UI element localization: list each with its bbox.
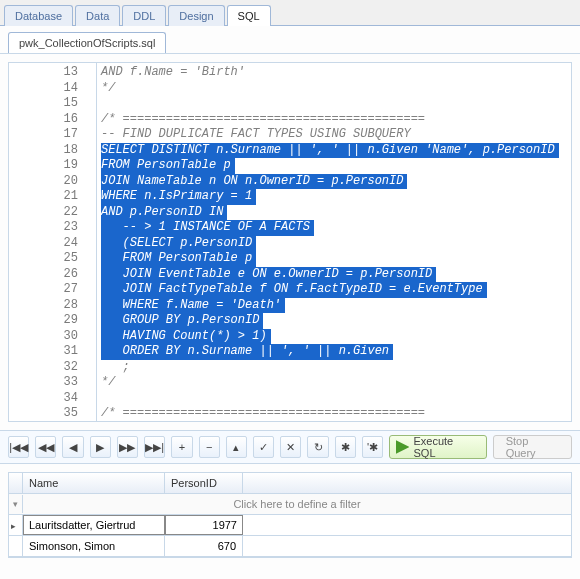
code-line[interactable]: */ xyxy=(101,81,567,97)
line-number: 25 xyxy=(11,251,78,267)
edit-row-button[interactable]: ▴ xyxy=(226,436,247,458)
line-number: 30 xyxy=(11,329,78,345)
tab-design[interactable]: Design xyxy=(168,5,224,26)
code-line[interactable]: ; xyxy=(101,360,567,376)
stop-query-button: Stop Query xyxy=(493,435,572,459)
cell-name[interactable]: Lauritsdatter, Giertrud xyxy=(23,515,165,535)
sql-editor[interactable]: 1314151617181920212223242526272829303132… xyxy=(8,62,572,422)
code-line[interactable]: GROUP BY p.PersonID xyxy=(101,313,567,329)
file-tab[interactable]: pwk_CollectionOfScripts.sql xyxy=(8,32,166,53)
line-number: 13 xyxy=(11,65,78,81)
nav-next-page-button[interactable]: ▶▶ xyxy=(117,436,138,458)
code-line[interactable]: /* =====================================… xyxy=(101,406,567,421)
table-row[interactable]: Lauritsdatter, Giertrud1977 xyxy=(9,515,571,536)
column-header-personid[interactable]: PersonID xyxy=(165,473,243,493)
line-number: 19 xyxy=(11,158,78,174)
row-handle[interactable] xyxy=(9,536,23,556)
play-icon xyxy=(396,440,409,454)
code-line[interactable]: FROM PersonTable p xyxy=(101,251,567,267)
code-line[interactable]: ORDER BY n.Surname || ', ' || n.Given xyxy=(101,344,567,360)
nav-next-button[interactable]: ▶ xyxy=(90,436,111,458)
code-area[interactable]: AND f.Name = 'Birth'*//* ===============… xyxy=(97,63,571,421)
line-number: 26 xyxy=(11,267,78,283)
main-tab-bar: Database Data DDL Design SQL xyxy=(0,0,580,26)
line-number: 31 xyxy=(11,344,78,360)
code-line[interactable]: JOIN NameTable n ON n.OwnerID = p.Person… xyxy=(101,174,567,190)
table-row[interactable]: Simonson, Simon670 xyxy=(9,536,571,557)
add-row-button[interactable]: + xyxy=(171,436,192,458)
execute-sql-label: Execute SQL xyxy=(413,435,475,459)
code-line[interactable]: WHERE f.Name = 'Death' xyxy=(101,298,567,314)
code-line[interactable]: */ xyxy=(101,375,567,391)
code-line[interactable]: JOIN FactTypeTable f ON f.FactTypeID = e… xyxy=(101,282,567,298)
line-number-gutter: 1314151617181920212223242526272829303132… xyxy=(9,63,97,421)
results-grid: Name PersonID ▾ Click here to define a f… xyxy=(8,472,572,558)
code-line[interactable]: AND f.Name = 'Birth' xyxy=(101,65,567,81)
cancel-button[interactable]: ✕ xyxy=(280,436,301,458)
line-number: 15 xyxy=(11,96,78,112)
line-number: 34 xyxy=(11,391,78,407)
code-line[interactable] xyxy=(101,96,567,112)
code-line[interactable]: WHERE n.IsPrimary = 1 xyxy=(101,189,567,205)
line-number: 32 xyxy=(11,360,78,376)
line-number: 35 xyxy=(11,406,78,422)
line-number: 20 xyxy=(11,174,78,190)
stop-query-label: Stop Query xyxy=(506,435,559,459)
line-number: 27 xyxy=(11,282,78,298)
code-line[interactable]: /* =====================================… xyxy=(101,112,567,128)
line-number: 23 xyxy=(11,220,78,236)
commit-button[interactable]: ✓ xyxy=(253,436,274,458)
bookmark1-button[interactable]: ✱ xyxy=(335,436,356,458)
nav-first-button[interactable]: |◀◀ xyxy=(8,436,29,458)
line-number: 22 xyxy=(11,205,78,221)
cell-personid[interactable]: 1977 xyxy=(165,515,243,535)
line-number: 18 xyxy=(11,143,78,159)
tab-sql[interactable]: SQL xyxy=(227,5,271,26)
results-rows: Lauritsdatter, Giertrud1977Simonson, Sim… xyxy=(9,515,571,557)
column-header-name[interactable]: Name xyxy=(23,473,165,493)
line-number: 14 xyxy=(11,81,78,97)
execute-sql-button[interactable]: Execute SQL xyxy=(389,435,487,459)
code-line[interactable]: (SELECT p.PersonID xyxy=(101,236,567,252)
row-handle[interactable] xyxy=(9,515,23,535)
line-number: 29 xyxy=(11,313,78,329)
nav-prev-button[interactable]: ◀ xyxy=(62,436,83,458)
line-number: 16 xyxy=(11,112,78,128)
code-line[interactable]: JOIN EventTable e ON e.OwnerID = p.Perso… xyxy=(101,267,567,283)
code-line[interactable]: HAVING Count(*) > 1) xyxy=(101,329,567,345)
sql-editor-container: 1314151617181920212223242526272829303132… xyxy=(0,54,580,430)
bookmark2-button[interactable]: '✱ xyxy=(362,436,383,458)
tab-ddl[interactable]: DDL xyxy=(122,5,166,26)
tab-database[interactable]: Database xyxy=(4,5,73,26)
code-line[interactable]: -- > 1 INSTANCE OF A FACTS xyxy=(101,220,567,236)
nav-last-button[interactable]: ▶▶| xyxy=(144,436,165,458)
line-number: 17 xyxy=(11,127,78,143)
header-handle xyxy=(9,473,23,493)
code-line[interactable] xyxy=(101,391,567,407)
code-line[interactable]: SELECT DISTINCT n.Surname || ', ' || n.G… xyxy=(101,143,567,159)
line-number: 28 xyxy=(11,298,78,314)
line-number: 33 xyxy=(11,375,78,391)
code-line[interactable]: AND p.PersonID IN xyxy=(101,205,567,221)
sql-toolbar: |◀◀ ◀◀ ◀ ▶ ▶▶ ▶▶| + − ▴ ✓ ✕ ↻ ✱ '✱ Execu… xyxy=(0,430,580,464)
tab-data[interactable]: Data xyxy=(75,5,120,26)
remove-row-button[interactable]: − xyxy=(199,436,220,458)
filter-icon[interactable]: ▾ xyxy=(9,495,23,513)
cell-name[interactable]: Simonson, Simon xyxy=(23,536,165,556)
filter-placeholder[interactable]: Click here to define a filter xyxy=(23,494,571,514)
nav-prev-page-button[interactable]: ◀◀ xyxy=(35,436,56,458)
code-line[interactable]: FROM PersonTable p xyxy=(101,158,567,174)
line-number: 24 xyxy=(11,236,78,252)
file-tab-bar: pwk_CollectionOfScripts.sql xyxy=(0,26,580,54)
svg-marker-0 xyxy=(396,440,409,453)
filter-row[interactable]: ▾ Click here to define a filter xyxy=(9,494,571,515)
cell-personid[interactable]: 670 xyxy=(165,536,243,556)
results-header: Name PersonID xyxy=(9,473,571,494)
refresh-button[interactable]: ↻ xyxy=(307,436,328,458)
line-number: 21 xyxy=(11,189,78,205)
code-line[interactable]: -- FIND DUPLICATE FACT TYPES USING SUBQU… xyxy=(101,127,567,143)
